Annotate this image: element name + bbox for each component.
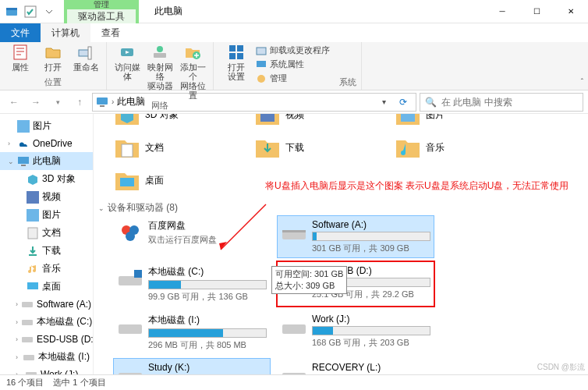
- ribbon-collapse-icon[interactable]: ˆ: [581, 78, 583, 87]
- svg-rect-12: [237, 45, 243, 51]
- folder-videos[interactable]: 视频: [254, 114, 363, 128]
- recent-dropdown-icon[interactable]: ▾: [48, 93, 67, 112]
- status-bar: 16 个项目 选中 1 个项目: [0, 374, 588, 390]
- svg-rect-53: [119, 373, 142, 374]
- nav-softwareA[interactable]: ›Software (A:): [0, 296, 93, 313]
- svg-rect-13: [229, 53, 236, 59]
- svg-rect-11: [229, 45, 236, 51]
- folder-3dobjects[interactable]: 3D 对象: [114, 114, 223, 128]
- chevron-down-icon[interactable]: ▾: [377, 98, 391, 106]
- tab-computer[interactable]: 计算机: [41, 23, 90, 42]
- svg-marker-50: [285, 271, 292, 278]
- map-drive-button[interactable]: 映射网络 驱动器: [144, 44, 175, 100]
- category-devices[interactable]: ⌄设备和驱动器 (8): [95, 197, 588, 216]
- svg-rect-16: [257, 61, 266, 67]
- svg-rect-32: [26, 372, 37, 374]
- tab-file[interactable]: 文件: [0, 23, 41, 42]
- nav-pictures2[interactable]: 图片: [0, 206, 93, 224]
- svg-rect-22: [21, 165, 26, 166]
- ribbon-group-location: 属性 打开 重命名 位置: [0, 42, 107, 90]
- nav-localI[interactable]: ›本地磁盘 (I:): [0, 348, 93, 366]
- svg-rect-24: [27, 191, 39, 204]
- context-group-title: 管理: [94, 0, 109, 9]
- svg-rect-8: [154, 53, 166, 58]
- content-pane: 3D 对象 视频 图片 文档 下载 音乐 桌面 将U盘插入电脑后显示是这个图案 …: [94, 114, 588, 374]
- search-field[interactable]: [441, 97, 578, 108]
- drive-recoveryL[interactable]: RECOVERY (L:)783 MB 可用，共 799 MB: [278, 359, 434, 374]
- svg-rect-25: [27, 209, 39, 222]
- nav-music[interactable]: 音乐: [0, 260, 93, 278]
- chevron-down-icon: ⌄: [98, 204, 104, 212]
- drive-workJ[interactable]: Work (J:)168 GB 可用，共 203 GB: [278, 310, 434, 354]
- ribbon: 属性 打开 重命名 位置 访问媒体 映射网络 驱动器 添加一个 网络位置 网络 …: [0, 42, 588, 90]
- back-button[interactable]: ←: [5, 93, 23, 112]
- sysprops-button[interactable]: 系统属性: [254, 58, 331, 71]
- close-button[interactable]: ✕: [554, 0, 588, 23]
- nav-onedrive[interactable]: ›OneDrive: [0, 135, 93, 152]
- drive-localI[interactable]: 本地磁盘 (I:)296 MB 可用，共 805 MB: [114, 310, 270, 354]
- properties-button[interactable]: 属性: [5, 44, 36, 72]
- svg-rect-18: [97, 98, 108, 105]
- folder-pictures[interactable]: 图片: [395, 114, 504, 128]
- uninstall-button[interactable]: 卸载或更改程序: [254, 44, 331, 57]
- nav-downloads[interactable]: 下载: [0, 242, 93, 260]
- folder-music[interactable]: 音乐: [395, 134, 504, 161]
- drive-studyK[interactable]: Study (K:)78.0 GB 可用，共 195 GB: [114, 359, 270, 374]
- nav-desktop[interactable]: 桌面: [0, 278, 93, 296]
- rename-button[interactable]: 重命名: [70, 44, 101, 72]
- nav-esdD[interactable]: ›ESD-USB (D:): [0, 331, 93, 348]
- up-button[interactable]: ↑: [70, 93, 89, 112]
- svg-rect-20: [17, 120, 30, 133]
- svg-point-17: [257, 75, 265, 83]
- nav-pictures[interactable]: 图片: [0, 117, 93, 135]
- address-bar: ← → ▾ ↑ › 此电脑 ▾ ⟳ 🔍: [0, 90, 588, 114]
- nav-videos[interactable]: 视频: [0, 188, 93, 206]
- svg-marker-23: [28, 175, 37, 185]
- minimize-button[interactable]: ─: [485, 0, 519, 23]
- status-count: 16 个项目: [6, 377, 44, 388]
- drive-localC[interactable]: 本地磁盘 (C:)99.9 GB 可用，共 136 GB: [114, 262, 270, 306]
- svg-rect-26: [28, 228, 37, 239]
- qat-dropdown-icon[interactable]: [41, 3, 58, 20]
- svg-rect-21: [18, 157, 29, 164]
- svg-rect-28: [22, 302, 33, 307]
- nav-3dobjects[interactable]: 3D 对象: [0, 170, 93, 188]
- svg-rect-29: [22, 320, 33, 325]
- nav-documents[interactable]: 文档: [0, 224, 93, 242]
- svg-rect-3: [14, 45, 27, 59]
- svg-rect-46: [282, 230, 306, 232]
- svg-rect-36: [260, 114, 275, 122]
- ribbon-group-network: 访问媒体 映射网络 驱动器 添加一个 网络位置 网络: [107, 42, 214, 90]
- window-title: 此电脑: [154, 5, 182, 18]
- folder-downloads[interactable]: 下载: [254, 134, 363, 161]
- open-settings-button[interactable]: 打开 设置: [218, 44, 254, 81]
- drive-softwareA[interactable]: Software (A:)301 GB 可用，共 309 GB: [278, 216, 434, 257]
- manage-button[interactable]: 管理: [254, 72, 331, 85]
- tab-view[interactable]: 查看: [90, 23, 131, 42]
- status-selected: 选中 1 个项目: [53, 377, 105, 388]
- add-netloc-button[interactable]: 添加一个 网络位置: [177, 44, 208, 100]
- folder-documents[interactable]: 文档: [114, 134, 223, 161]
- nav-localC[interactable]: ›本地磁盘 (C:): [0, 313, 93, 331]
- svg-rect-37: [401, 114, 415, 122]
- watermark: CSDN @影流: [537, 362, 585, 373]
- ribbon-group-system: 打开 设置 卸载或更改程序 系统属性 管理 系统: [214, 42, 362, 90]
- maximize-button[interactable]: ☐: [519, 0, 554, 23]
- qat-app-icon[interactable]: [3, 3, 20, 20]
- folder-desktop[interactable]: 桌面: [114, 167, 223, 193]
- qat-checkbox-icon[interactable]: [22, 3, 39, 20]
- refresh-icon[interactable]: ⟳: [394, 97, 413, 108]
- context-tab-drive-tools[interactable]: 驱动器工具: [67, 9, 136, 23]
- svg-rect-5: [88, 47, 91, 59]
- search-input[interactable]: 🔍: [420, 93, 583, 112]
- nav-thispc[interactable]: ⌄此电脑: [0, 152, 93, 170]
- forward-button[interactable]: →: [27, 93, 45, 112]
- svg-rect-48: [134, 270, 142, 278]
- access-media-button[interactable]: 访问媒体: [112, 44, 143, 100]
- nav-workJ[interactable]: ›Work (J:): [0, 366, 93, 374]
- drive-esdD[interactable]: ESD-USB (D:)25.1 GB 可用，共 29.2 GB: [278, 262, 434, 306]
- drive-baidu[interactable]: 百度网盘双击运行百度网盘: [114, 216, 270, 257]
- open-button[interactable]: 打开: [37, 44, 69, 72]
- context-tab-group: 管理 驱动器工具: [64, 0, 139, 23]
- svg-rect-19: [100, 105, 104, 107]
